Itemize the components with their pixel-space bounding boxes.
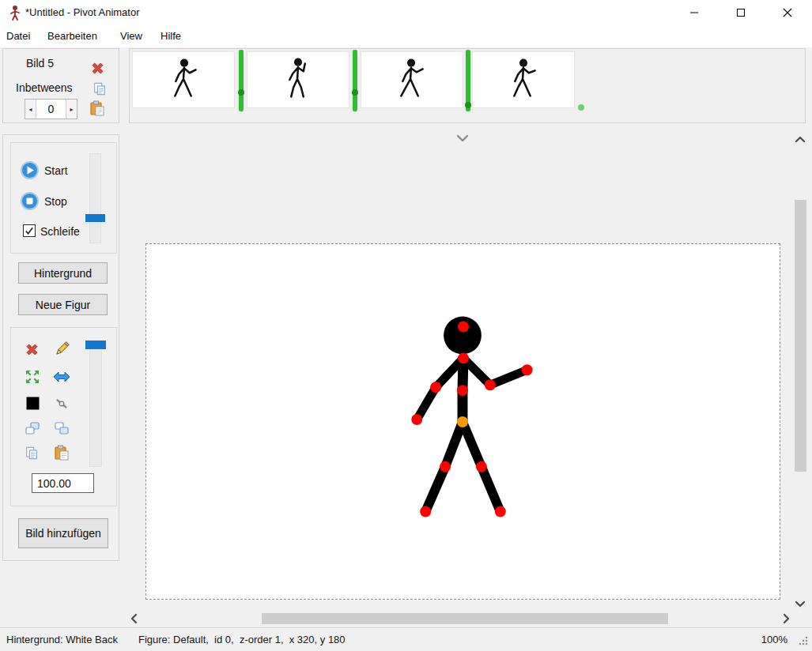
copy-pages-icon bbox=[93, 81, 107, 96]
copy-frame-button[interactable] bbox=[93, 81, 107, 96]
scale-slider-track[interactable] bbox=[89, 342, 102, 467]
chevron-up-icon bbox=[795, 136, 806, 143]
joint-right-elbow[interactable] bbox=[485, 379, 496, 390]
chevron-down-icon bbox=[795, 600, 806, 608]
chevron-left-icon bbox=[130, 613, 138, 624]
app-icon bbox=[9, 5, 21, 21]
spinner-decrement-button[interactable]: ◂ bbox=[25, 100, 36, 119]
figure-color-button[interactable] bbox=[26, 397, 40, 410]
animation-canvas[interactable] bbox=[145, 243, 780, 600]
black-swatch-icon bbox=[26, 397, 40, 410]
stop-label[interactable]: Stop bbox=[44, 195, 67, 208]
timeline-separator-2[interactable] bbox=[353, 50, 357, 111]
clipboard-paste-icon bbox=[89, 100, 105, 116]
background-button[interactable]: Hintergrund bbox=[18, 262, 108, 284]
lower-layer-button[interactable] bbox=[54, 422, 70, 436]
joint-left-foot[interactable] bbox=[420, 506, 431, 517]
blue-flip-arrow-icon bbox=[53, 371, 70, 383]
joint-left-elbow[interactable] bbox=[430, 382, 441, 393]
timeline-collapse-button[interactable] bbox=[456, 134, 469, 142]
joint-segment-icon bbox=[55, 397, 69, 411]
minimize-button[interactable] bbox=[676, 0, 712, 25]
vertical-scrollbar-thumb[interactable] bbox=[795, 200, 806, 472]
timeline-frame-2[interactable] bbox=[247, 51, 349, 108]
green-center-arrows-icon bbox=[25, 370, 40, 384]
joint-head-top[interactable] bbox=[458, 322, 469, 333]
joint-left-knee[interactable] bbox=[440, 461, 451, 472]
pencil-icon bbox=[54, 341, 70, 357]
joint-hip-origin[interactable] bbox=[457, 416, 468, 427]
frame-1-stickman bbox=[133, 52, 234, 107]
close-button[interactable] bbox=[769, 0, 806, 25]
resize-grip-icon[interactable] bbox=[798, 635, 808, 645]
scroll-left-button[interactable] bbox=[130, 613, 138, 624]
copy-figure-button[interactable] bbox=[25, 446, 39, 461]
start-label[interactable]: Start bbox=[44, 164, 68, 177]
timeline-frame-3[interactable] bbox=[361, 51, 463, 108]
timeline-frame-4[interactable] bbox=[472, 51, 575, 108]
delete-frame-button[interactable] bbox=[90, 61, 105, 76]
playback-panel: Start Stop Schleife bbox=[10, 142, 117, 254]
joint-right-foot[interactable] bbox=[495, 506, 506, 517]
timeline-frame-1[interactable] bbox=[132, 51, 235, 108]
add-frame-button[interactable]: Bild hinzufügen bbox=[18, 518, 108, 548]
joint-right-knee[interactable] bbox=[476, 461, 487, 472]
scale-slider-thumb[interactable] bbox=[85, 341, 106, 349]
joint-left-hand[interactable] bbox=[411, 414, 422, 425]
flip-figure-button[interactable] bbox=[53, 371, 70, 383]
scale-value-field[interactable]: 100.00 bbox=[32, 473, 94, 493]
scroll-right-button[interactable] bbox=[783, 613, 790, 624]
red-x-icon bbox=[90, 61, 105, 76]
stop-circle-icon bbox=[21, 192, 39, 210]
maximize-button[interactable] bbox=[723, 0, 759, 25]
figure-right-arm bbox=[463, 358, 527, 385]
minimize-icon bbox=[689, 8, 699, 17]
raise-layer-button[interactable] bbox=[25, 422, 40, 436]
menu-datei[interactable]: Datei bbox=[5, 25, 32, 47]
pivot-animator-window: *Untitled - Pivot Animator Datei Bearbei… bbox=[0, 0, 812, 651]
chevron-down-icon bbox=[456, 134, 469, 142]
joint-chest[interactable] bbox=[457, 385, 468, 396]
status-background-info: Hintergrund: White Back bbox=[6, 634, 118, 645]
horizontal-scrollbar-thumb[interactable] bbox=[262, 613, 668, 624]
speed-slider-track[interactable] bbox=[89, 153, 101, 243]
paste-frame-button[interactable] bbox=[89, 100, 105, 116]
frame-4-stickman bbox=[473, 52, 574, 107]
separator-knob[interactable] bbox=[465, 102, 471, 108]
stop-button[interactable] bbox=[21, 192, 39, 210]
edit-figure-button[interactable] bbox=[54, 341, 70, 357]
separator-knob[interactable] bbox=[238, 89, 244, 96]
timeline-end-marker[interactable] bbox=[578, 104, 584, 111]
timeline-separator-1[interactable] bbox=[239, 50, 244, 111]
delete-figure-button[interactable] bbox=[25, 342, 40, 357]
segment-tool-button[interactable] bbox=[55, 397, 69, 411]
scroll-up-button[interactable] bbox=[795, 136, 806, 143]
menu-view[interactable]: View bbox=[119, 25, 144, 47]
raise-layer-icon bbox=[25, 422, 40, 436]
menu-hilfe[interactable]: Hilfe bbox=[159, 25, 183, 47]
loop-label[interactable]: Schleife bbox=[40, 225, 80, 238]
inbetweens-value[interactable]: 0 bbox=[36, 100, 66, 119]
lower-layer-icon bbox=[54, 422, 70, 436]
joint-neck[interactable] bbox=[458, 352, 469, 363]
loop-checkbox[interactable] bbox=[23, 224, 36, 237]
stick-figure[interactable] bbox=[146, 244, 780, 599]
current-frame-label: Bild 5 bbox=[26, 57, 54, 70]
separator-knob[interactable] bbox=[352, 89, 358, 96]
timeline-separator-3[interactable] bbox=[466, 50, 470, 111]
spinner-increment-button[interactable]: ▸ bbox=[66, 100, 77, 119]
menu-bar: Datei Bearbeiten View Hilfe bbox=[0, 25, 812, 47]
scroll-down-button[interactable] bbox=[795, 600, 806, 608]
speed-slider-thumb[interactable] bbox=[85, 214, 105, 222]
new-figure-button[interactable]: Neue Figur bbox=[18, 294, 108, 315]
inbetweens-label: Inbetweens bbox=[16, 81, 73, 94]
window-title: *Untitled - Pivot Animator bbox=[25, 0, 140, 25]
paste-figure-button[interactable] bbox=[54, 445, 70, 461]
menu-bearbeiten[interactable]: Bearbeiten bbox=[46, 25, 99, 47]
center-figure-button[interactable] bbox=[25, 370, 40, 384]
tools-panel: 100.00 bbox=[10, 327, 117, 506]
clipboard-paste-icon bbox=[54, 445, 70, 461]
joint-right-hand[interactable] bbox=[522, 364, 533, 375]
frame-2-stickman bbox=[247, 52, 349, 107]
start-button[interactable] bbox=[21, 161, 39, 179]
